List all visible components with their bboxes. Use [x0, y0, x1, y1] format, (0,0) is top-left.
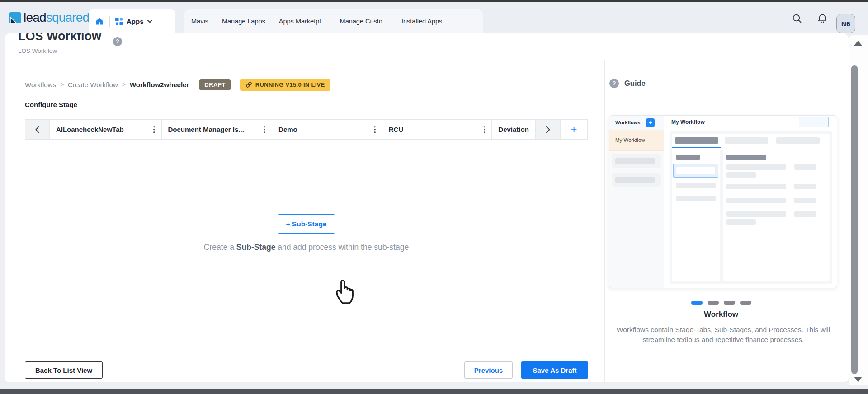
guide-title: Guide	[624, 79, 646, 88]
nav-link-apps-marketplace[interactable]: Apps Marketpl...	[279, 18, 326, 25]
bottom-screen-edge	[0, 389, 868, 394]
stage-tab-label: AILoancheckNewTab	[56, 126, 124, 133]
preview-sidebar: Workflows + My Workflow	[609, 116, 664, 288]
skeleton-bar	[776, 137, 820, 144]
breadcrumb-separator: >	[60, 81, 64, 88]
stage-tab-label: Document Manager Is...	[168, 126, 244, 133]
skeleton-bar	[794, 198, 816, 203]
draft-status-badge: DRAFT	[199, 79, 231, 90]
tabs-scroll-right-button[interactable]	[536, 120, 561, 139]
page-title: LOS Workflow	[18, 33, 101, 43]
save-as-draft-button[interactable]: Save As Draft	[521, 361, 588, 379]
running-version-badge: RUNNING V15.0 IN LIVE	[240, 79, 330, 91]
skeleton-bar	[676, 167, 715, 174]
nav-link-manage-custom[interactable]: Manage Custo...	[340, 18, 388, 25]
logo-mark-icon	[9, 12, 21, 24]
preview-add-workflow-button: +	[646, 118, 655, 127]
guide-header: ? Guide	[609, 79, 646, 88]
skeleton-row	[612, 154, 661, 168]
apps-menu-button[interactable]: Apps	[115, 18, 152, 25]
chevron-down-icon	[147, 20, 152, 23]
skeleton-bar	[676, 155, 700, 160]
live-link-icon	[245, 81, 252, 88]
skeleton-bar	[726, 198, 786, 203]
chevron-right-icon	[546, 126, 550, 133]
kebab-menu-icon[interactable]	[373, 125, 377, 135]
preview-main-title: My Workflow	[671, 119, 705, 125]
skeleton-bar	[725, 137, 768, 144]
preview-process-column	[723, 150, 830, 281]
preview-sidebar-header: Workflows +	[609, 116, 664, 129]
user-avatar[interactable]: N6	[836, 14, 855, 33]
page-subtitle: LOS Workflow	[18, 47, 57, 54]
breadcrumb-workflows[interactable]: Workflows	[25, 81, 56, 89]
page-help-icon[interactable]: ?	[113, 37, 122, 46]
kebab-menu-icon[interactable]	[152, 125, 156, 135]
skeleton-bar	[726, 184, 786, 189]
stage-tab-ailoanchecknewtab[interactable]: AILoancheckNewTab	[50, 120, 162, 139]
guide-preview-card: Workflows + My Workflow My Workflow	[609, 115, 837, 288]
breadcrumb-create-workflow[interactable]: Create Workflow	[68, 81, 118, 89]
apps-grid-icon	[115, 18, 123, 25]
scroll-up-button[interactable]	[854, 41, 862, 46]
divider	[14, 95, 604, 95]
stage-tabstrip: AILoancheckNewTab Document Manager Is...…	[25, 119, 588, 140]
nav-link-mavis[interactable]: Mavis	[191, 18, 208, 25]
stage-content-area: + Sub-Stage Create a Sub-Stage and add p…	[25, 140, 588, 358]
scroll-down-button[interactable]	[854, 377, 862, 382]
guide-caption-title: Workflow	[604, 310, 838, 319]
breadcrumb: Workflows > Create Workflow > Workflow2w…	[25, 78, 330, 91]
search-icon	[792, 13, 802, 24]
kebab-menu-icon[interactable]	[263, 125, 267, 135]
carousel-dot[interactable]	[691, 301, 703, 305]
guide-help-icon: ?	[609, 79, 619, 88]
skeleton-bar	[726, 164, 786, 170]
guide-carousel-dots	[604, 301, 838, 305]
stage-tab-label: Demo	[278, 126, 297, 133]
preview-sidebar-title: Workflows	[615, 120, 640, 125]
stage-tab-document-manager[interactable]: Document Manager Is...	[162, 120, 273, 139]
divider	[672, 205, 720, 205]
stage-tab-deviation[interactable]: Deviation	[492, 120, 536, 139]
apps-nav: Mavis Manage Lapps Apps Marketpl... Mana…	[184, 9, 483, 33]
stage-tab-label: RCU	[389, 126, 404, 133]
preview-workspace	[670, 131, 832, 284]
nav-link-installed-apps[interactable]: Installed Apps	[401, 18, 442, 25]
back-to-list-view-button[interactable]: Back To List View	[25, 361, 103, 379]
carousel-dot[interactable]	[740, 301, 751, 305]
carousel-dot[interactable]	[708, 301, 719, 305]
page-scrollbar[interactable]	[849, 35, 868, 385]
previous-button[interactable]: Previous	[464, 361, 513, 379]
chevron-left-icon	[35, 126, 39, 133]
stage-tab-demo[interactable]: Demo	[272, 120, 382, 139]
breadcrumb-current: Workflow2wheeler	[130, 81, 189, 89]
add-sub-stage-button[interactable]: + Sub-Stage	[278, 214, 335, 234]
add-stage-tab-button[interactable]: +	[561, 120, 587, 139]
notifications-button[interactable]	[816, 13, 828, 25]
leadsquared-logo: leadsquared	[9, 2, 89, 33]
scrollbar-thumb[interactable]	[851, 65, 858, 374]
skeleton-bar	[726, 172, 756, 178]
kebab-menu-icon[interactable]	[482, 125, 487, 135]
skeleton-bar	[615, 177, 655, 183]
preview-active-tab-underline	[672, 147, 721, 148]
home-button[interactable]	[95, 17, 104, 26]
skeleton-bar	[794, 211, 816, 217]
search-button[interactable]	[791, 13, 803, 25]
guide-divider	[604, 60, 605, 382]
nav-link-manage-lapps[interactable]: Manage Lapps	[222, 18, 265, 25]
preview-selected-row	[673, 164, 718, 178]
preview-substage-column	[672, 150, 720, 281]
apps-menu-label: Apps	[127, 18, 144, 25]
tabs-scroll-left-button[interactable]	[25, 120, 50, 139]
skeleton-bar	[726, 211, 786, 217]
divider	[14, 60, 843, 60]
running-version-label: RUNNING V15.0 IN LIVE	[255, 81, 325, 88]
skeleton-bar	[726, 155, 766, 160]
skeleton-bar	[676, 183, 716, 188]
stage-tab-label: Deviation	[498, 126, 529, 133]
stage-tab-rcu[interactable]: RCU	[382, 120, 492, 139]
carousel-dot[interactable]	[724, 301, 735, 305]
nav-divider	[109, 16, 110, 27]
skeleton-bar	[615, 158, 655, 164]
